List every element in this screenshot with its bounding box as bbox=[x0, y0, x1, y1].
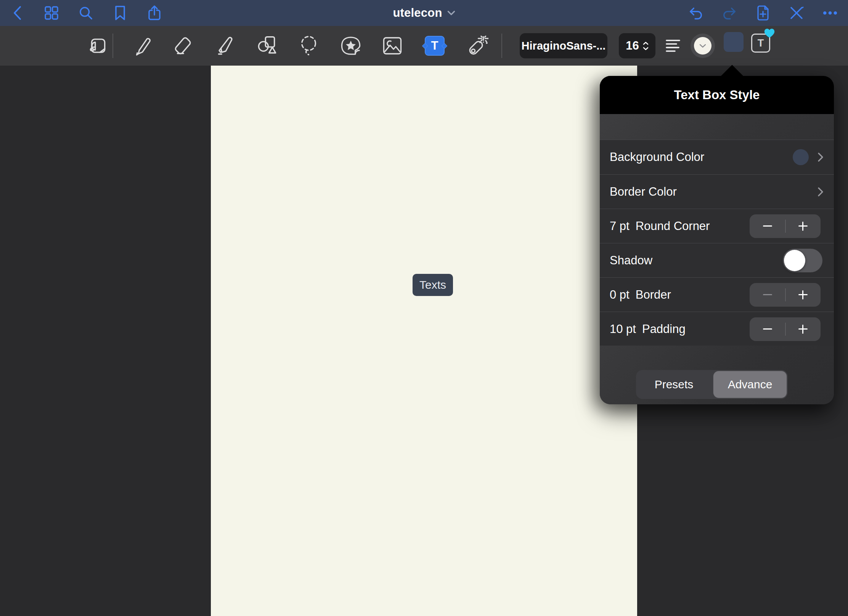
row-padding: 10 pt Padding bbox=[600, 312, 834, 346]
text-box-style-popover: Text Box Style Background Color Border C… bbox=[600, 76, 834, 404]
lasso-tool[interactable] bbox=[297, 35, 319, 56]
text-color-well[interactable] bbox=[691, 34, 715, 58]
nav-left-group bbox=[10, 0, 162, 26]
round-corner-stepper bbox=[750, 214, 821, 238]
document-page[interactable]: Texts bbox=[211, 66, 637, 616]
round-corner-decrease-button[interactable] bbox=[750, 214, 785, 238]
document-title-button[interactable]: utelecon bbox=[393, 0, 455, 26]
popover-header: Text Box Style bbox=[600, 76, 834, 114]
redo-icon[interactable] bbox=[722, 6, 737, 20]
text-tool-glyph: T bbox=[431, 39, 438, 53]
favorite-heart-icon bbox=[764, 28, 775, 38]
bookmark-icon[interactable] bbox=[113, 6, 127, 20]
shapes-tool[interactable] bbox=[257, 35, 278, 56]
document-title: utelecon bbox=[393, 6, 442, 20]
back-icon[interactable] bbox=[10, 6, 24, 20]
plus-icon bbox=[798, 222, 808, 231]
toolbar-divider bbox=[112, 34, 113, 58]
chevron-right-icon bbox=[816, 187, 825, 197]
text-color-current bbox=[694, 37, 711, 55]
row-border: 0 pt Border bbox=[600, 277, 834, 312]
color-chevron-down-icon bbox=[699, 44, 706, 48]
nav-right-group bbox=[689, 0, 837, 26]
popover-title: Text Box Style bbox=[674, 88, 760, 102]
text-box-object[interactable]: Texts bbox=[413, 274, 453, 296]
plus-icon bbox=[798, 290, 808, 299]
toggle-knob bbox=[784, 250, 805, 271]
stickers-tool[interactable] bbox=[340, 35, 361, 56]
chevron-right-icon bbox=[816, 152, 825, 162]
pen-tool[interactable] bbox=[131, 35, 153, 56]
padding-value: 10 pt bbox=[610, 322, 636, 336]
font-name-label: HiraginoSans-... bbox=[522, 40, 606, 52]
popover-rows: Background Color Border Color 7 pt bbox=[600, 140, 834, 346]
align-left-icon bbox=[666, 39, 681, 52]
text-tool[interactable]: T bbox=[424, 35, 445, 56]
tool-bar: T HiraginoSans-... 16 bbox=[0, 26, 848, 66]
row-shadow: Shadow bbox=[600, 243, 834, 277]
font-name-button[interactable]: HiraginoSans-... bbox=[520, 33, 607, 58]
round-corner-value: 7 pt bbox=[610, 219, 630, 233]
background-color-swatch[interactable] bbox=[793, 149, 809, 165]
add-page-icon[interactable] bbox=[756, 6, 770, 20]
thumbnails-grid-icon[interactable] bbox=[44, 6, 59, 20]
end-editing-icon[interactable] bbox=[789, 6, 804, 20]
font-size-value: 16 bbox=[626, 39, 639, 53]
share-icon[interactable] bbox=[147, 6, 162, 20]
text-tool-active-indicator: T bbox=[425, 36, 445, 56]
stepper-divider bbox=[785, 323, 786, 336]
eraser-tool[interactable] bbox=[172, 35, 193, 56]
toolbar-divider-2 bbox=[501, 34, 502, 58]
row-label: Round Corner bbox=[636, 219, 710, 233]
shadow-toggle-off[interactable] bbox=[783, 249, 822, 272]
tab-presets[interactable]: Presets bbox=[636, 370, 712, 399]
row-round-corner: 7 pt Round Corner bbox=[600, 209, 834, 243]
stepper-divider bbox=[785, 220, 786, 233]
title-chevron-down-icon bbox=[448, 11, 455, 16]
tab-advance[interactable]: Advance bbox=[713, 371, 787, 398]
undo-icon[interactable] bbox=[689, 6, 703, 20]
stepper-divider bbox=[785, 288, 786, 301]
border-value: 0 pt bbox=[610, 288, 630, 302]
more-icon[interactable] bbox=[823, 6, 837, 20]
popover-footer: Presets Advance bbox=[600, 346, 834, 404]
row-label: Border Color bbox=[610, 185, 677, 199]
text-box-content: Texts bbox=[419, 278, 446, 291]
border-decrease-button[interactable] bbox=[750, 283, 785, 307]
text-align-button[interactable] bbox=[663, 35, 684, 56]
text-box-style-button[interactable]: T bbox=[751, 31, 773, 53]
border-increase-button[interactable] bbox=[785, 283, 821, 307]
presets-advance-segmented-control: Presets Advance bbox=[636, 370, 788, 399]
row-label: Padding bbox=[642, 322, 686, 336]
row-border-color[interactable]: Border Color bbox=[600, 174, 834, 209]
scroll-mode-tool[interactable] bbox=[87, 35, 108, 56]
padding-increase-button[interactable] bbox=[785, 317, 821, 341]
border-stepper bbox=[750, 283, 821, 307]
row-background-color[interactable]: Background Color bbox=[600, 140, 834, 174]
minus-icon bbox=[763, 328, 772, 330]
popover-arrow bbox=[721, 65, 744, 76]
padding-stepper bbox=[750, 317, 821, 341]
minus-icon bbox=[763, 225, 772, 227]
minus-icon-disabled bbox=[763, 294, 772, 296]
row-label: Shadow bbox=[610, 254, 652, 267]
text-box-background-swatch[interactable] bbox=[724, 32, 744, 52]
popover-spacer bbox=[600, 114, 834, 140]
row-label: Border bbox=[636, 288, 671, 302]
row-label: Background Color bbox=[610, 150, 704, 164]
top-nav-bar: utelecon bbox=[0, 0, 848, 26]
image-tool[interactable] bbox=[382, 35, 403, 56]
round-corner-increase-button[interactable] bbox=[785, 214, 821, 238]
laser-pointer-tool[interactable] bbox=[467, 35, 488, 56]
app-screen: utelecon bbox=[0, 0, 848, 616]
plus-icon bbox=[798, 325, 808, 334]
font-size-chevrons-icon bbox=[643, 42, 649, 50]
highlighter-tool[interactable] bbox=[214, 35, 235, 56]
padding-decrease-button[interactable] bbox=[750, 317, 785, 341]
font-size-stepper[interactable]: 16 bbox=[619, 33, 655, 58]
search-icon[interactable] bbox=[79, 6, 93, 20]
